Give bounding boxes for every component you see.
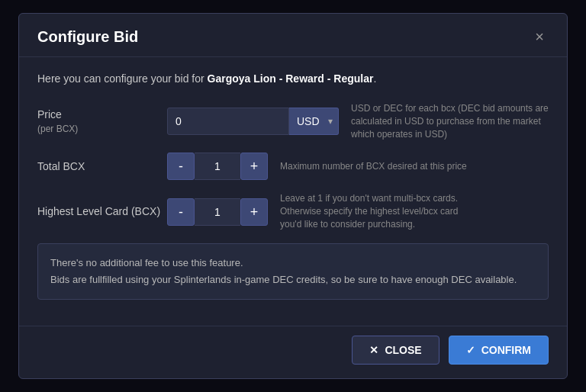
subtitle-card-name: Gargoya Lion - Reward - Regular bbox=[208, 72, 374, 85]
total-bcx-control: - 1 + bbox=[167, 153, 268, 180]
total-bcx-value: 1 bbox=[195, 153, 240, 180]
currency-select[interactable]: USD DEC bbox=[289, 108, 339, 135]
configure-bid-modal: Configure Bid × Here you can configure y… bbox=[18, 13, 568, 379]
total-bcx-decrement-button[interactable]: - bbox=[167, 153, 195, 180]
modal-header: Configure Bid × bbox=[19, 14, 567, 57]
price-control: USD DEC bbox=[167, 108, 339, 135]
highest-level-decrement-button[interactable]: - bbox=[167, 198, 195, 226]
price-input-group: USD DEC bbox=[167, 108, 339, 135]
info-line-2: Bids are fullfilled using your Splinterl… bbox=[50, 272, 536, 288]
price-label: Price (per BCX) bbox=[37, 108, 167, 135]
modal-body: Here you can configure your bid for Garg… bbox=[19, 57, 567, 326]
close-label: CLOSE bbox=[385, 344, 421, 356]
total-bcx-increment-button[interactable]: + bbox=[240, 153, 268, 180]
total-bcx-row: Total BCX - 1 + Maximum number of BCX de… bbox=[37, 153, 549, 180]
modal-title: Configure Bid bbox=[37, 28, 138, 46]
subtitle-prefix: Here you can configure your bid for bbox=[37, 72, 208, 85]
close-icon: ✕ bbox=[369, 344, 378, 356]
price-hint: USD or DEC for each bcx (DEC bid amounts… bbox=[351, 102, 549, 140]
price-row: Price (per BCX) USD DEC USD or D bbox=[37, 102, 549, 140]
total-bcx-label: Total BCX bbox=[37, 159, 167, 175]
close-button[interactable]: ✕ CLOSE bbox=[352, 336, 439, 365]
price-input[interactable] bbox=[167, 108, 289, 135]
highest-level-row: Highest Level Card (BCX) - 1 + Leave at … bbox=[37, 192, 549, 230]
highest-level-hint: Leave at 1 if you don't want multi-bcx c… bbox=[280, 192, 478, 230]
highest-level-stepper: - 1 + bbox=[167, 198, 268, 226]
confirm-icon: ✓ bbox=[466, 344, 475, 356]
info-box: There's no additional fee to use this fe… bbox=[37, 243, 549, 300]
highest-level-increment-button[interactable]: + bbox=[240, 198, 268, 226]
currency-wrapper: USD DEC bbox=[289, 108, 339, 135]
modal-footer: ✕ CLOSE ✓ CONFIRM bbox=[19, 326, 567, 378]
total-bcx-hint: Maximum number of BCX desired at this pr… bbox=[280, 160, 467, 173]
highest-level-label: Highest Level Card (BCX) bbox=[37, 204, 167, 220]
info-line-1: There's no additional fee to use this fe… bbox=[50, 255, 536, 272]
confirm-label: CONFIRM bbox=[481, 344, 531, 356]
modal-subtitle: Here you can configure your bid for Garg… bbox=[37, 71, 549, 87]
total-bcx-stepper: - 1 + bbox=[167, 153, 268, 180]
confirm-button[interactable]: ✓ CONFIRM bbox=[449, 336, 549, 365]
highest-level-control: - 1 + bbox=[167, 198, 268, 226]
subtitle-suffix: . bbox=[373, 72, 376, 85]
highest-level-value: 1 bbox=[195, 198, 240, 226]
modal-close-x-button[interactable]: × bbox=[530, 27, 549, 46]
modal-overlay: Configure Bid × Here you can configure y… bbox=[0, 0, 586, 392]
